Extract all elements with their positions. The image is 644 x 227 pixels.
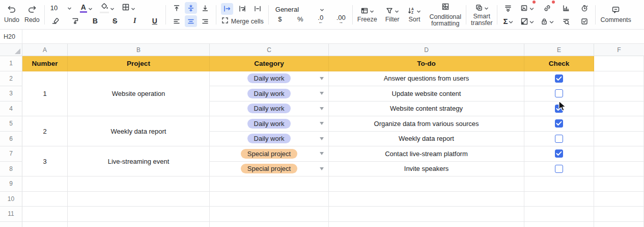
- cell-image-button[interactable]: [520, 15, 534, 27]
- smart-transfer-button[interactable]: Smart transfer: [471, 3, 492, 27]
- empty-cell[interactable]: [329, 222, 524, 227]
- category-pill[interactable]: Daily work: [247, 134, 291, 143]
- dropdown-arrow-icon[interactable]: [320, 152, 324, 155]
- merged-number-cell[interactable]: 2: [22, 116, 68, 146]
- insert-checkbox-button[interactable]: [578, 15, 591, 27]
- todo-cell[interactable]: Contact live-stream platform: [329, 146, 524, 162]
- empty-cell[interactable]: [594, 222, 644, 227]
- borders-button[interactable]: [122, 3, 135, 13]
- dropdown-arrow-icon[interactable]: [320, 167, 324, 170]
- empty-cell[interactable]: [22, 222, 68, 227]
- empty-cell[interactable]: [594, 207, 644, 222]
- empty-cell[interactable]: [594, 146, 644, 162]
- insert-image-button[interactable]: [520, 2, 534, 14]
- row-number[interactable]: 5: [0, 116, 22, 132]
- category-cell[interactable]: Special project: [210, 162, 329, 177]
- category-pill[interactable]: Special project: [241, 149, 297, 159]
- row-height-icon[interactable]: [502, 2, 514, 14]
- empty-cell[interactable]: [524, 176, 594, 192]
- empty-cell[interactable]: [594, 56, 644, 71]
- column-header-a[interactable]: A: [22, 44, 68, 56]
- column-header-b[interactable]: B: [68, 44, 210, 56]
- halign-right-button[interactable]: [199, 15, 211, 27]
- font-size-dropdown[interactable]: 10: [49, 4, 73, 12]
- empty-cell[interactable]: [594, 102, 644, 117]
- category-cell[interactable]: Daily work: [210, 102, 329, 117]
- redo-button[interactable]: Redo: [24, 6, 40, 23]
- check-cell[interactable]: [524, 116, 594, 132]
- empty-cell[interactable]: [524, 222, 594, 227]
- empty-cell[interactable]: [68, 207, 210, 222]
- number-format-dropdown[interactable]: General: [273, 6, 326, 13]
- todo-cell[interactable]: Invite speakers: [329, 162, 524, 177]
- empty-cell[interactable]: [210, 192, 329, 207]
- todo-cell[interactable]: Website content strategy: [329, 102, 524, 117]
- font-color-button[interactable]: A: [80, 3, 93, 13]
- row-number[interactable]: 11: [0, 207, 22, 222]
- format-painter-icon[interactable]: [69, 15, 81, 27]
- empty-cell[interactable]: [594, 132, 644, 147]
- category-cell[interactable]: Daily work: [210, 86, 329, 102]
- category-pill[interactable]: Special project: [241, 164, 297, 173]
- valign-top-button[interactable]: [171, 2, 183, 14]
- checkbox[interactable]: [555, 89, 563, 97]
- empty-cell[interactable]: [594, 86, 644, 102]
- strikethrough-button[interactable]: S: [109, 15, 121, 27]
- empty-cell[interactable]: [68, 222, 210, 227]
- autosum-button[interactable]: Σ: [502, 15, 514, 27]
- empty-cell[interactable]: [524, 207, 594, 222]
- header-cell-project[interactable]: Project: [68, 56, 210, 71]
- check-cell[interactable]: [524, 71, 594, 87]
- empty-cell[interactable]: [210, 176, 329, 192]
- header-cell-check[interactable]: Check: [524, 56, 594, 71]
- row-number[interactable]: 4: [0, 102, 22, 117]
- todo-cell[interactable]: Update website content: [329, 86, 524, 102]
- empty-cell[interactable]: [210, 207, 329, 222]
- empty-cell[interactable]: [68, 192, 210, 207]
- dropdown-arrow-icon[interactable]: [320, 92, 324, 95]
- decrease-decimal-button[interactable]: .0←: [314, 15, 327, 24]
- merged-number-cell[interactable]: 3: [22, 146, 68, 176]
- empty-cell[interactable]: [22, 176, 68, 192]
- empty-cell[interactable]: [594, 71, 644, 87]
- halign-center-button[interactable]: [185, 15, 197, 27]
- checkbox[interactable]: [555, 105, 563, 113]
- formula-input[interactable]: [22, 30, 644, 43]
- undo-button[interactable]: Undo: [4, 6, 19, 23]
- row-number[interactable]: 7: [0, 146, 22, 162]
- checkbox[interactable]: [555, 165, 563, 173]
- empty-cell[interactable]: [22, 192, 68, 207]
- bold-button[interactable]: B: [89, 15, 101, 27]
- insert-link-button[interactable]: [541, 2, 553, 14]
- empty-cell[interactable]: [68, 176, 210, 192]
- empty-cell[interactable]: [594, 116, 644, 132]
- name-box[interactable]: H20: [0, 30, 22, 43]
- row-number[interactable]: 2: [0, 71, 22, 87]
- empty-cell[interactable]: [524, 192, 594, 207]
- category-cell[interactable]: Special project: [210, 146, 329, 162]
- empty-cell[interactable]: [594, 192, 644, 207]
- conditional-formatting-button[interactable]: Conditional formatting: [429, 3, 461, 27]
- checkbox[interactable]: [555, 149, 563, 158]
- sort-button[interactable]: AZ Sort: [407, 6, 421, 23]
- insert-chart-button[interactable]: [560, 2, 572, 14]
- protect-sheet-button[interactable]: [540, 15, 554, 27]
- column-header-d[interactable]: D: [329, 44, 524, 56]
- empty-cell[interactable]: [594, 162, 644, 177]
- checkbox[interactable]: [555, 74, 563, 83]
- text-wrap-button[interactable]: [236, 3, 248, 15]
- checkbox[interactable]: [555, 119, 563, 128]
- halign-left-button[interactable]: [171, 15, 183, 27]
- empty-cell[interactable]: [594, 176, 644, 192]
- row-number[interactable]: 3: [0, 86, 22, 102]
- row-number[interactable]: 8: [0, 162, 22, 177]
- underline-button[interactable]: U: [149, 15, 161, 27]
- category-cell[interactable]: Daily work: [210, 71, 329, 87]
- select-all-corner[interactable]: [0, 44, 22, 56]
- merged-project-cell[interactable]: Website operation: [68, 71, 210, 117]
- merged-number-cell[interactable]: 1: [22, 71, 68, 117]
- todo-cell[interactable]: Organize data from various sources: [329, 116, 524, 132]
- todo-cell[interactable]: Answer questions from users: [329, 71, 524, 87]
- valign-bottom-button[interactable]: [199, 2, 211, 14]
- merged-project-cell[interactable]: Live-streaming event: [68, 146, 210, 176]
